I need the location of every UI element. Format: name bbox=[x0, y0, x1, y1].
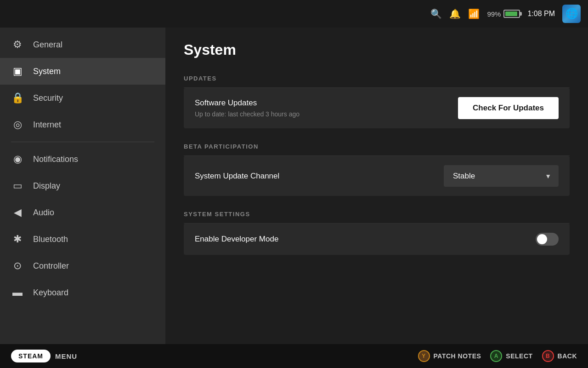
sidebar-label-keyboard: Keyboard bbox=[33, 288, 68, 298]
bottom-action-label-select: SELECT bbox=[506, 352, 532, 360]
sidebar-item-controller[interactable]: ⊙ Controller bbox=[0, 253, 165, 279]
steam-button[interactable]: STEAM bbox=[11, 350, 51, 362]
sidebar-item-notifications[interactable]: ◉ Notifications bbox=[0, 146, 165, 172]
general-icon: ⚙ bbox=[11, 39, 24, 51]
bottombar: STEAM MENU YPATCH NOTESASELECTBBACK bbox=[0, 344, 588, 368]
row-info-update-channel: System Update Channel bbox=[195, 172, 279, 181]
battery-fill bbox=[505, 12, 517, 16]
row-sublabel-software-updates: Up to date: last checked 3 hours ago bbox=[195, 110, 300, 118]
menu-label: MENU bbox=[55, 352, 77, 360]
settings-card-system-settings: Enable Developer Mode bbox=[184, 224, 570, 255]
settings-row-developer-mode: Enable Developer Mode bbox=[184, 224, 570, 255]
battery-percent: 99% bbox=[487, 10, 501, 18]
update-channel-dropdown[interactable]: StableBetaPreview bbox=[444, 165, 559, 187]
software-updates-button[interactable]: Check For Updates bbox=[458, 97, 559, 119]
security-icon: 🔒 bbox=[11, 92, 24, 104]
section-header-system-settings: SYSTEM SETTINGS bbox=[184, 205, 570, 224]
row-info-developer-mode: Enable Developer Mode bbox=[195, 235, 278, 244]
sidebar-item-internet[interactable]: ◎ Internet bbox=[0, 111, 165, 138]
sidebar-item-system[interactable]: ▣ System bbox=[0, 58, 165, 85]
row-label-developer-mode: Enable Developer Mode bbox=[195, 235, 278, 244]
bottom-actions: YPATCH NOTESASELECTBBACK bbox=[418, 350, 577, 362]
sidebar-label-display: Display bbox=[33, 181, 60, 191]
bottom-action-patch-notes[interactable]: YPATCH NOTES bbox=[418, 350, 481, 362]
settings-card-beta-participation: System Update ChannelStableBetaPreview▼ bbox=[184, 156, 570, 196]
sidebar-label-general: General bbox=[33, 40, 62, 50]
settings-card-updates: Software UpdatesUp to date: last checked… bbox=[184, 88, 570, 128]
audio-icon: ◀ bbox=[11, 207, 24, 218]
controller-btn-b: B bbox=[542, 350, 554, 362]
developer-mode-toggle[interactable] bbox=[536, 233, 559, 246]
sidebar-label-controller: Controller bbox=[33, 261, 69, 271]
sidebar-item-general[interactable]: ⚙ General bbox=[0, 31, 165, 58]
controller-icon: ⊙ bbox=[11, 260, 24, 272]
notifications-icon: ◉ bbox=[11, 153, 24, 165]
broadcast-icon[interactable]: 📶 bbox=[468, 8, 480, 19]
bottom-action-select[interactable]: ASELECT bbox=[490, 350, 532, 362]
internet-icon: ◎ bbox=[11, 119, 24, 131]
sidebar-item-display[interactable]: ▭ Display bbox=[0, 172, 165, 199]
globe-icon: 🌐 bbox=[562, 5, 581, 23]
settings-row-update-channel: System Update ChannelStableBetaPreview▼ bbox=[184, 156, 570, 196]
section-header-updates: UPDATES bbox=[184, 69, 570, 88]
sidebar-label-internet: Internet bbox=[33, 120, 61, 130]
sidebar-item-bluetooth[interactable]: ✱ Bluetooth bbox=[0, 226, 165, 253]
content-area: System UPDATESSoftware UpdatesUp to date… bbox=[165, 28, 588, 344]
search-icon[interactable]: 🔍 bbox=[430, 8, 442, 19]
battery-bar bbox=[503, 10, 520, 18]
sidebar: ⚙ General ▣ System 🔒 Security ◎ Internet… bbox=[0, 28, 165, 344]
settings-row-software-updates: Software UpdatesUp to date: last checked… bbox=[184, 88, 570, 128]
row-label-update-channel: System Update Channel bbox=[195, 172, 279, 181]
section-header-beta-participation: BETA PARTICIPATION bbox=[184, 138, 570, 156]
controller-btn-a: A bbox=[490, 350, 502, 362]
main-layout: ⚙ General ▣ System 🔒 Security ◎ Internet… bbox=[0, 28, 588, 344]
controller-btn-y: Y bbox=[418, 350, 430, 362]
sidebar-divider bbox=[11, 142, 154, 142]
update-channel-dropdown-wrapper: StableBetaPreview▼ bbox=[444, 165, 559, 187]
battery-indicator: 99% bbox=[487, 10, 520, 18]
sidebar-label-bluetooth: Bluetooth bbox=[33, 235, 68, 244]
bottom-action-back[interactable]: BBACK bbox=[542, 350, 577, 362]
bottom-action-label-back: BACK bbox=[558, 352, 577, 360]
page-title: System bbox=[184, 41, 570, 58]
keyboard-icon: ▬ bbox=[11, 287, 24, 299]
sidebar-item-keyboard[interactable]: ▬ Keyboard bbox=[0, 279, 165, 306]
sidebar-label-notifications: Notifications bbox=[33, 155, 78, 164]
bottom-action-label-patch-notes: PATCH NOTES bbox=[434, 352, 481, 360]
sidebar-label-system: System bbox=[33, 67, 61, 76]
display-icon: ▭ bbox=[11, 180, 24, 192]
sidebar-item-security[interactable]: 🔒 Security bbox=[0, 85, 165, 111]
sidebar-label-security: Security bbox=[33, 93, 63, 103]
row-label-software-updates: Software Updates bbox=[195, 98, 300, 108]
topbar: 🔍 🔔 📶 99% 1:08 PM 🌐 bbox=[0, 0, 588, 28]
sidebar-item-audio[interactable]: ◀ Audio bbox=[0, 199, 165, 226]
notification-icon[interactable]: 🔔 bbox=[449, 8, 461, 19]
clock: 1:08 PM bbox=[527, 10, 555, 18]
row-info-software-updates: Software UpdatesUp to date: last checked… bbox=[195, 98, 300, 118]
bluetooth-icon: ✱ bbox=[11, 233, 24, 245]
system-icon: ▣ bbox=[11, 65, 24, 77]
developer-mode-toggle-knob bbox=[537, 234, 547, 244]
sidebar-label-audio: Audio bbox=[33, 208, 54, 218]
